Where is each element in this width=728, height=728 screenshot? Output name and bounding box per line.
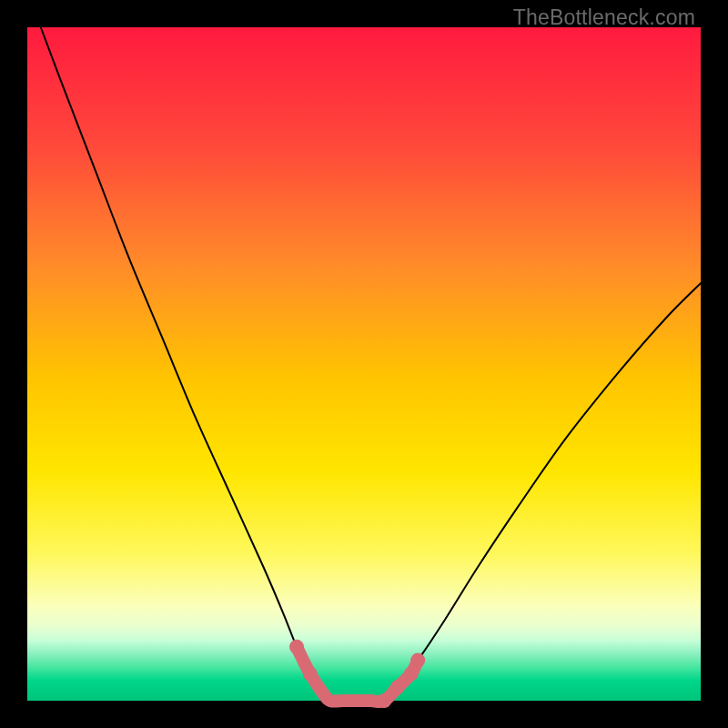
- curve-svg: [27, 27, 701, 701]
- highlight-dot: [377, 693, 391, 708]
- highlight-dot: [303, 666, 318, 681]
- right-branch-curve: [384, 283, 701, 701]
- highlight-dot: [390, 680, 405, 694]
- plot-area: [27, 27, 701, 701]
- highlight-dot: [404, 666, 419, 681]
- watermark-text: TheBottleneck.com: [513, 5, 695, 30]
- outer-frame: TheBottleneck.com: [0, 0, 728, 728]
- left-branch-curve: [41, 27, 330, 701]
- highlight-dot: [410, 653, 425, 668]
- highlight-dot: [289, 640, 304, 654]
